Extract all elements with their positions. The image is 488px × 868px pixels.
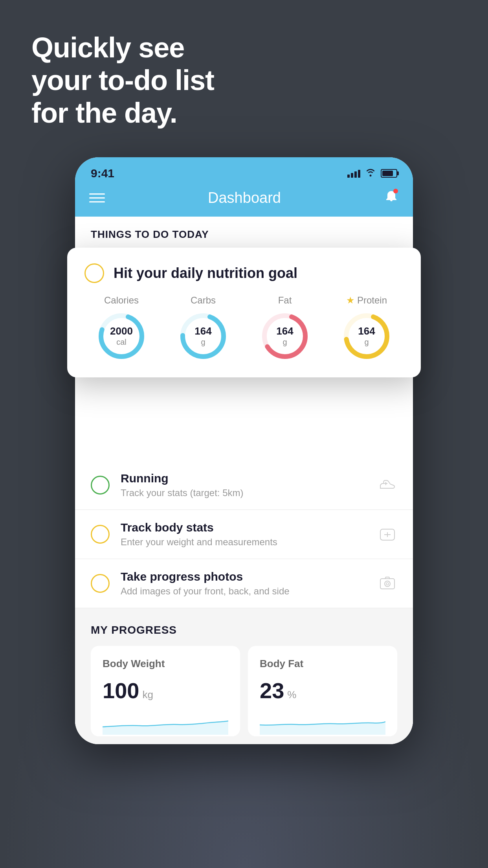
progress-section: MY PROGRESS Body Weight 100 kg Body Fat xyxy=(75,608,413,744)
todo-list: Running Track your stats (target: 5km) T… xyxy=(75,351,413,608)
svg-rect-1 xyxy=(380,579,394,589)
protein-value: 164 xyxy=(358,325,375,337)
fat-value: 164 xyxy=(276,325,293,337)
todo-item-progress-photos[interactable]: Take progress photos Add images of your … xyxy=(75,559,413,608)
todo-subtitle-progress-photos: Add images of your front, back, and side xyxy=(121,586,367,597)
body-weight-value: 100 xyxy=(103,678,139,703)
notification-bell-button[interactable] xyxy=(384,189,399,207)
things-section-title: THINGS TO DO TODAY xyxy=(91,228,209,240)
things-section-header: THINGS TO DO TODAY xyxy=(75,217,413,248)
body-fat-unit: % xyxy=(287,689,296,701)
body-fat-value: 23 xyxy=(260,678,284,703)
todo-item-body-stats[interactable]: Track body stats Enter your weight and m… xyxy=(75,510,413,559)
nutrition-checkbox[interactable] xyxy=(84,263,104,283)
carbs-value: 164 xyxy=(194,325,211,337)
protein-label: Protein xyxy=(357,295,387,306)
status-bar: 9:41 xyxy=(75,157,413,182)
carbs-unit: g xyxy=(194,338,211,347)
todo-title-progress-photos: Take progress photos xyxy=(121,570,367,583)
fat-unit: g xyxy=(276,338,293,347)
svg-point-2 xyxy=(385,581,390,587)
todo-subtitle-running: Track your stats (target: 5km) xyxy=(121,487,367,498)
calories-donut: 2000 cal xyxy=(96,311,147,362)
protein-donut: 164 g xyxy=(341,311,392,362)
protein-unit: g xyxy=(358,338,375,347)
todo-item-running[interactable]: Running Track your stats (target: 5km) xyxy=(75,461,413,510)
scale-icon xyxy=(378,524,397,544)
nutrition-card: Hit your daily nutrition goal Calories 2… xyxy=(67,248,421,377)
todo-title-body-stats: Track body stats xyxy=(121,521,367,534)
body-fat-card[interactable]: Body Fat 23 % xyxy=(248,646,397,736)
headline: Quickly see your to-do list for the day. xyxy=(31,31,214,129)
body-weight-chart xyxy=(103,711,228,735)
carbs-stat: Carbs 164 g xyxy=(178,295,229,362)
svg-point-3 xyxy=(386,583,389,585)
body-fat-label: Body Fat xyxy=(260,658,385,670)
battery-icon xyxy=(381,169,397,178)
carbs-donut: 164 g xyxy=(178,311,229,362)
shoe-icon xyxy=(378,475,397,495)
phone-mockup: 9:41 Dashboard xyxy=(75,157,413,744)
body-weight-label: Body Weight xyxy=(103,658,228,670)
signal-bars-icon xyxy=(347,169,360,178)
photo-icon xyxy=(378,574,397,593)
status-icons xyxy=(347,168,397,179)
calories-unit: cal xyxy=(110,338,133,347)
calories-label: Calories xyxy=(104,295,139,306)
nutrition-stats: Calories 2000 cal Carbs xyxy=(84,295,404,362)
progress-cards: Body Weight 100 kg Body Fat 23 % xyxy=(91,646,397,736)
todo-subtitle-body-stats: Enter your weight and measurements xyxy=(121,537,367,548)
fat-stat: Fat 164 g xyxy=(259,295,310,362)
nav-title: Dashboard xyxy=(208,189,281,206)
protein-stat: ★ Protein 164 g xyxy=(341,295,392,362)
progress-section-title: MY PROGRESS xyxy=(91,624,397,636)
nav-bar: Dashboard xyxy=(75,182,413,217)
carbs-label: Carbs xyxy=(191,295,216,306)
fat-label: Fat xyxy=(278,295,292,306)
wifi-icon xyxy=(365,168,376,179)
body-fat-chart xyxy=(260,711,385,735)
fat-donut: 164 g xyxy=(259,311,310,362)
calories-value: 2000 xyxy=(110,325,133,337)
todo-checkbox-progress-photos[interactable] xyxy=(91,574,110,593)
todo-checkbox-running[interactable] xyxy=(91,476,110,495)
star-icon: ★ xyxy=(346,295,355,306)
body-weight-unit: kg xyxy=(142,689,153,701)
calories-stat: Calories 2000 cal xyxy=(96,295,147,362)
hamburger-menu-button[interactable] xyxy=(89,193,105,202)
status-time: 9:41 xyxy=(91,167,114,180)
todo-checkbox-body-stats[interactable] xyxy=(91,525,110,544)
nutrition-card-title: Hit your daily nutrition goal xyxy=(114,265,297,281)
todo-title-running: Running xyxy=(121,472,367,485)
body-weight-card[interactable]: Body Weight 100 kg xyxy=(91,646,240,736)
